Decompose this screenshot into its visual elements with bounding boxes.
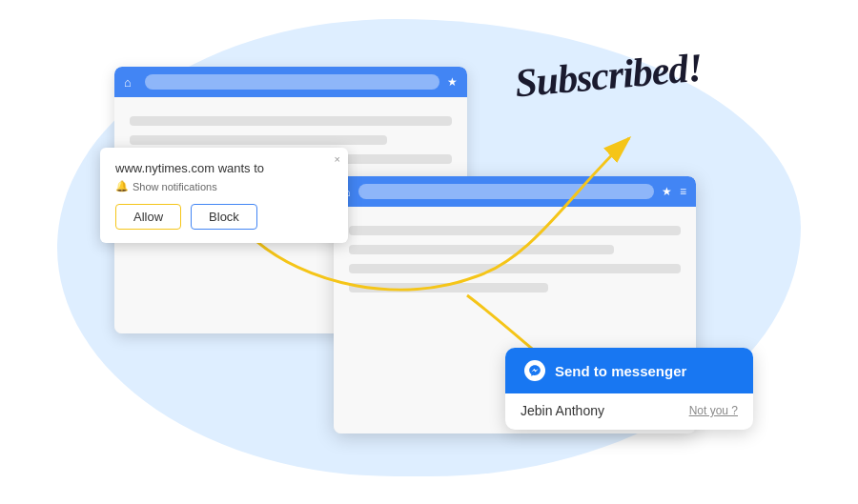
notification-buttons: Allow Block <box>115 204 333 230</box>
messenger-info: Jebin Anthony Not you ? <box>505 393 753 430</box>
block-button[interactable]: Block <box>191 204 257 230</box>
content-line <box>349 264 681 273</box>
bell-icon: 🔔 <box>115 180 129 192</box>
notification-subtitle: 🔔 Show notifications <box>115 180 333 192</box>
content-line <box>349 226 681 235</box>
messenger-icon <box>524 360 545 381</box>
messenger-button-label: Send to messenger <box>555 363 686 379</box>
send-to-messenger-button[interactable]: Send to messenger <box>505 348 753 393</box>
browser-1-bar: ⌂ ★ <box>114 67 467 97</box>
notification-subtitle-text: Show notifications <box>133 181 217 192</box>
content-line <box>130 135 387 145</box>
messenger-card: Send to messenger Jebin Anthony Not you … <box>505 348 753 430</box>
close-icon[interactable]: × <box>335 153 340 165</box>
notification-title: www.nytimes.com wants to <box>115 161 333 175</box>
browser-2-star-icon: ★ <box>662 185 672 198</box>
browser-2-bar: ⌂ ★ ≡ <box>334 176 696 207</box>
browser-1-home-icon: ⌂ <box>124 75 137 89</box>
content-line <box>349 283 548 292</box>
browser-1-star-icon: ★ <box>447 75 458 89</box>
content-line <box>130 116 452 126</box>
notification-popup: × www.nytimes.com wants to 🔔 Show notifi… <box>100 148 348 243</box>
browser-1-url-bar[interactable] <box>145 74 439 90</box>
not-you-link[interactable]: Not you ? <box>689 404 738 417</box>
browser-2-url-bar[interactable] <box>358 184 654 199</box>
browser-2-menu-icon: ≡ <box>680 185 686 198</box>
content-line <box>349 245 614 254</box>
messenger-user-name: Jebin Anthony <box>521 403 604 418</box>
allow-button[interactable]: Allow <box>115 204 181 230</box>
